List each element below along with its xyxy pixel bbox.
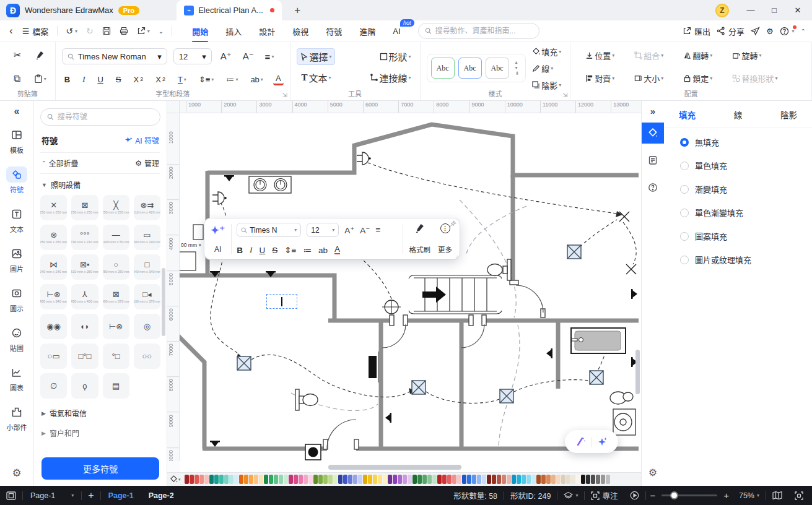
color-swatch[interactable] xyxy=(606,475,610,484)
ai-sparkle-icon[interactable]: ✦⁺ xyxy=(211,224,225,237)
symbol-tile[interactable]: ⊗ 250 mm x 250 mm xyxy=(40,225,67,250)
font-family-select[interactable]: Times New Roman▾ xyxy=(62,48,167,64)
symbol-tile[interactable]: ⊢⊗ 450 mm x 340 mm xyxy=(40,284,67,309)
format-tab[interactable]: 線 xyxy=(734,108,743,121)
color-swatch[interactable] xyxy=(269,475,273,484)
color-swatch[interactable] xyxy=(417,475,422,484)
color-swatch[interactable] xyxy=(279,475,283,484)
color-swatch[interactable] xyxy=(497,475,501,484)
zoom-level[interactable]: 75%▾ xyxy=(733,486,766,505)
help-panel-tab[interactable] xyxy=(642,177,665,198)
underline-button[interactable]: U xyxy=(95,74,105,85)
symbol-tile[interactable]: ◎ xyxy=(134,314,160,339)
fit-to-window-button[interactable] xyxy=(788,486,812,505)
color-swatch[interactable] xyxy=(294,475,298,484)
color-swatch[interactable] xyxy=(289,475,293,484)
horizontal-scrollbar[interactable] xyxy=(328,465,461,470)
color-swatch[interactable] xyxy=(536,475,541,484)
collapse-panel-icon[interactable]: » xyxy=(650,106,655,116)
symbol-tile[interactable]: ⊠ 400 mm x 370 mm xyxy=(103,284,129,309)
magic-wand-icon[interactable] xyxy=(575,436,587,447)
color-swatch[interactable] xyxy=(447,475,452,484)
export-quick-button[interactable]: ▾ xyxy=(133,24,154,38)
symbol-tile[interactable]: ∅ xyxy=(40,373,67,399)
symbol-tile[interactable]: ○ 250 mm x 250 mm xyxy=(103,254,129,280)
color-swatch[interactable] xyxy=(368,475,372,484)
color-swatch[interactable] xyxy=(358,475,362,484)
present-button[interactable] xyxy=(624,486,645,505)
format-painter-label[interactable]: 格式刷 xyxy=(409,244,431,254)
back-button[interactable]: ‹ xyxy=(5,22,17,40)
more-symbols-button[interactable]: 更多符號 xyxy=(41,457,159,480)
color-swatch[interactable] xyxy=(318,475,323,484)
color-swatch[interactable] xyxy=(308,475,313,484)
page-dropdown[interactable]: Page-1▾ xyxy=(23,491,81,500)
color-swatch[interactable] xyxy=(437,475,442,484)
color-swatch[interactable] xyxy=(348,475,352,484)
collapse-sidebar-icon[interactable]: « xyxy=(14,106,20,117)
drawing-canvas[interactable]: 00 mm × ✦⁺ AI xyxy=(180,113,641,472)
color-swatch[interactable] xyxy=(343,475,347,484)
color-swatch[interactable] xyxy=(487,475,491,484)
color-swatch[interactable] xyxy=(388,475,392,484)
color-swatch[interactable] xyxy=(363,475,367,484)
style-preset-blue[interactable]: Abc xyxy=(458,58,482,79)
shape-tool-button[interactable]: 形狀▾ xyxy=(377,49,414,64)
color-swatch[interactable] xyxy=(591,475,595,484)
color-swatch[interactable] xyxy=(541,475,546,484)
align-shapes-button[interactable]: 對齊▾ xyxy=(583,71,617,85)
sidebar-item-symbols[interactable]: 符號 xyxy=(2,163,31,199)
color-swatch[interactable] xyxy=(214,475,219,484)
page-setup-panel-tab[interactable] xyxy=(642,150,665,171)
color-swatch[interactable] xyxy=(219,475,224,484)
ai-label[interactable]: AI xyxy=(214,245,221,254)
save-button[interactable] xyxy=(98,24,115,38)
symbol-tile[interactable]: °°° 740 mm x 210 mm xyxy=(71,225,98,250)
color-swatch[interactable] xyxy=(393,475,397,484)
float-underline[interactable]: U xyxy=(259,246,265,255)
palette-fill-icon[interactable]: ▾ xyxy=(170,475,181,483)
symbol-tile[interactable]: ◉◉ xyxy=(40,314,67,339)
color-swatch[interactable] xyxy=(507,475,511,484)
new-tab-button[interactable]: + xyxy=(290,4,304,17)
color-swatch[interactable] xyxy=(472,475,476,484)
decrease-font-button[interactable]: A⁻ xyxy=(240,50,256,63)
symbol-tile[interactable]: ▭ 500 mm x 240 mm xyxy=(134,225,160,250)
connector-tool-button[interactable]: 連接線▾ xyxy=(367,70,414,85)
menu-item[interactable]: 開始 xyxy=(185,22,216,40)
select-tool-button[interactable]: 選擇▾ xyxy=(297,48,335,65)
color-swatch[interactable] xyxy=(333,475,338,484)
float-strike[interactable]: S xyxy=(272,246,277,255)
format-tab[interactable]: 陰影 xyxy=(780,108,797,121)
color-swatch[interactable] xyxy=(254,475,258,484)
sidebar-item-icon[interactable]: 圖示 xyxy=(2,282,31,317)
group-button[interactable]: 組合▾ xyxy=(632,48,666,63)
color-swatch[interactable] xyxy=(413,475,417,484)
style-preset-gray[interactable]: Abc xyxy=(486,58,509,79)
pages-panel-icon[interactable] xyxy=(0,486,22,505)
menu-item[interactable]: 符號 xyxy=(318,22,349,40)
fill-option[interactable]: 單色漸變填充 xyxy=(680,207,812,218)
float-align-button[interactable]: ≡ xyxy=(376,225,381,235)
symbol-tile[interactable]: ◖◗ xyxy=(71,314,98,339)
color-swatch[interactable] xyxy=(284,475,288,484)
more-options-icon[interactable]: ⋮ xyxy=(440,223,450,233)
add-page-button[interactable]: + xyxy=(82,486,100,505)
color-swatch[interactable] xyxy=(422,475,427,484)
share-button[interactable]: 分享 xyxy=(717,25,744,37)
line-button[interactable]: 線▾ xyxy=(530,61,564,76)
font-size-select[interactable]: 12▾ xyxy=(173,48,212,64)
sidebar-settings-icon[interactable]: ⚙ xyxy=(12,467,21,480)
sidebar-item-text[interactable]: 文本 xyxy=(2,202,31,238)
color-swatch[interactable] xyxy=(190,475,194,484)
menu-item[interactable]: 插入 xyxy=(218,22,249,40)
export-button[interactable]: 匯出 xyxy=(683,25,710,37)
global-search[interactable] xyxy=(418,23,539,39)
float-bold[interactable]: B xyxy=(237,246,243,255)
collapse-all-button[interactable]: ⌃ 全部折疊 xyxy=(41,158,79,168)
close-button[interactable]: ✕ xyxy=(787,2,808,19)
color-swatch[interactable] xyxy=(477,475,481,484)
line-spacing-button[interactable]: ⇕≡▾ xyxy=(196,74,217,85)
expand-style-dialog-icon[interactable]: ⇲ xyxy=(562,92,567,98)
cut-button[interactable]: ✂ xyxy=(11,48,24,62)
